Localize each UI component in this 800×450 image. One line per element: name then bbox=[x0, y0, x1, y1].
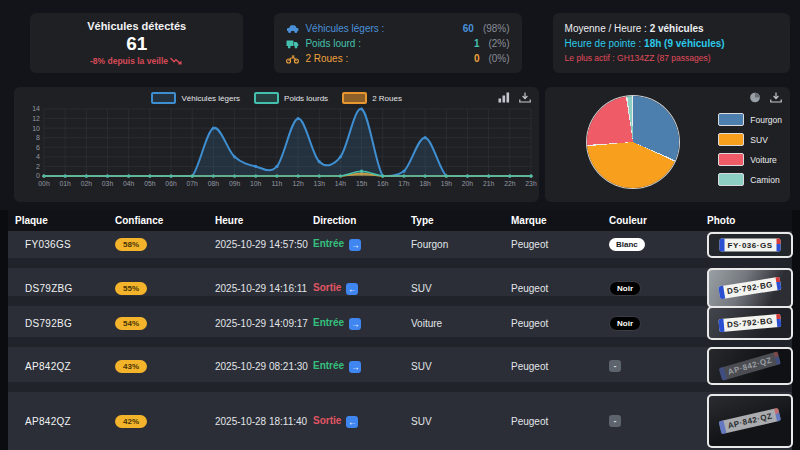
table-row[interactable]: FY036GS58%2025-10-29 14:57:50Entrée→Four… bbox=[8, 231, 792, 258]
svg-text:14: 14 bbox=[32, 105, 40, 112]
svg-text:12: 12 bbox=[32, 115, 40, 122]
breakdown-label: Véhicules légers : bbox=[305, 23, 456, 34]
vehicle-color-badge: - bbox=[609, 415, 621, 427]
column-header: Plaque bbox=[8, 215, 108, 226]
direction-arrow-icon: → bbox=[349, 318, 361, 330]
legend-swatch bbox=[342, 92, 367, 104]
stats-card-detected: Véhicules détectés 61 -8% depuis la veil… bbox=[30, 13, 243, 73]
plate-cell: AP842QZ bbox=[8, 416, 108, 427]
legend-item[interactable]: Fourgon bbox=[718, 113, 782, 126]
svg-text:8: 8 bbox=[36, 134, 40, 141]
legend-item[interactable]: SUV bbox=[718, 133, 782, 146]
direction-arrow-icon: ← bbox=[346, 283, 358, 295]
confidence-cell: 54% bbox=[108, 317, 208, 330]
vehicle-color-badge: - bbox=[609, 360, 621, 372]
average-label: Moyenne / Heure : bbox=[565, 23, 647, 34]
confidence-cell: 55% bbox=[108, 282, 208, 295]
direction-cell: Sortie← bbox=[306, 282, 404, 295]
confidence-badge: 54% bbox=[115, 317, 147, 330]
svg-text:11h: 11h bbox=[271, 180, 282, 187]
brand-cell: Peugeot bbox=[504, 239, 602, 250]
svg-text:08h: 08h bbox=[208, 180, 220, 187]
detections-table: PlaqueConfianceHeureDirectionTypeMarqueC… bbox=[8, 210, 792, 450]
svg-text:03h: 03h bbox=[102, 180, 114, 187]
legend-item[interactable]: Poids lourds bbox=[254, 92, 328, 104]
legend-item[interactable]: Camion bbox=[718, 173, 782, 186]
traffic-line-chart-card: Véhicules légersPoids lourds2 Roues 0246… bbox=[14, 87, 539, 202]
time-cell: 2025-10-29 08:21:30 bbox=[208, 361, 306, 372]
type-cell: SUV bbox=[404, 361, 504, 372]
license-plate: DS·792·BG bbox=[718, 314, 781, 332]
plate-photo[interactable]: AP·842·QZ bbox=[707, 347, 793, 385]
download-icon[interactable] bbox=[519, 92, 531, 103]
breakdown-row-light-vehicles: Véhicules légers : 60 (98%) bbox=[286, 21, 509, 36]
time-cell: 2025-10-29 14:09:17 bbox=[208, 318, 306, 329]
pie-chart-toolbar bbox=[749, 92, 782, 103]
svg-text:6: 6 bbox=[36, 144, 40, 151]
svg-text:18h: 18h bbox=[419, 180, 431, 187]
peak-label: Heure de pointe : bbox=[565, 38, 642, 49]
license-plate: DS·792·BG bbox=[718, 277, 782, 300]
photo-cell: AP·842·QZ bbox=[700, 347, 792, 385]
license-plate: FY·036·GS bbox=[720, 238, 781, 251]
plate-cell: FY036GS bbox=[8, 239, 108, 250]
traffic-line-chart[interactable]: 0246810121400h01h02h03h04h05h06h07h08h09… bbox=[14, 87, 540, 202]
stats-row: Véhicules détectés 61 -8% depuis la veil… bbox=[0, 0, 800, 73]
table-header-row: PlaqueConfianceHeureDirectionTypeMarqueC… bbox=[8, 210, 792, 231]
vehicle-type-pie[interactable] bbox=[587, 96, 679, 188]
legend-label: Poids lourds bbox=[284, 94, 328, 103]
legend-label: Fourgon bbox=[750, 115, 782, 125]
svg-text:06h: 06h bbox=[165, 180, 177, 187]
detected-value: 61 bbox=[30, 33, 243, 55]
color-cell: Blanc bbox=[602, 238, 700, 251]
plate-cell: DS79ZBG bbox=[8, 283, 108, 294]
brand-cell: Peugeot bbox=[504, 283, 602, 294]
confidence-badge: 43% bbox=[115, 360, 147, 373]
breakdown-label: 2 Roues : bbox=[305, 53, 468, 64]
average-value: 2 véhicules bbox=[650, 23, 704, 34]
color-cell: - bbox=[602, 360, 700, 372]
direction-label: Entrée bbox=[313, 238, 344, 249]
legend-swatch bbox=[254, 92, 279, 104]
column-header: Type bbox=[404, 215, 504, 226]
plate-cell: DS792BG bbox=[8, 318, 108, 329]
legend-item[interactable]: 2 Roues bbox=[342, 92, 402, 104]
svg-text:00h: 00h bbox=[38, 180, 50, 187]
table-row[interactable]: DS792BG54%2025-10-29 14:09:17Entrée→Voit… bbox=[8, 306, 792, 337]
plate-photo[interactable]: FY·036·GS bbox=[707, 232, 793, 258]
download-icon[interactable] bbox=[770, 92, 782, 103]
confidence-cell: 43% bbox=[108, 360, 208, 373]
plate-photo[interactable]: DS·792·BG bbox=[707, 306, 793, 340]
most-active-plate: Le plus actif : GH134ZZ (87 passages) bbox=[565, 51, 778, 65]
legend-item[interactable]: Véhicules légers bbox=[151, 92, 240, 104]
column-header: Heure bbox=[208, 215, 306, 226]
table-row[interactable]: AP842QZ43%2025-10-29 08:21:30Entrée→SUVP… bbox=[8, 347, 792, 382]
photo-cell: DS·792·BG bbox=[700, 268, 792, 308]
license-plate: AP·842·QZ bbox=[719, 351, 782, 380]
peak-hour: Heure de pointe : 18h (9 véhicules) bbox=[565, 36, 778, 51]
plate-photo[interactable]: DS·792·BG bbox=[707, 268, 793, 308]
pie-chart-icon[interactable] bbox=[749, 92, 761, 103]
table-row[interactable]: DS79ZBG55%2025-10-29 14:16:11Sortie←SUVP… bbox=[8, 268, 792, 296]
svg-text:21h: 21h bbox=[483, 180, 495, 187]
column-header: Direction bbox=[306, 215, 404, 226]
svg-text:20h: 20h bbox=[462, 180, 474, 187]
direction-arrow-icon: → bbox=[349, 361, 361, 373]
brand-cell: Peugeot bbox=[504, 361, 602, 372]
legend-label: 2 Roues bbox=[372, 94, 402, 103]
bar-chart-icon[interactable] bbox=[498, 92, 510, 103]
legend-swatch bbox=[718, 133, 744, 146]
breakdown-row-heavy-vehicles: Poids lourd : 1 (2%) bbox=[286, 36, 509, 51]
table-body: FY036GS58%2025-10-29 14:57:50Entrée→Four… bbox=[8, 231, 792, 450]
svg-text:19h: 19h bbox=[441, 180, 453, 187]
plate-photo[interactable]: AP·842·QZ bbox=[707, 394, 793, 448]
chart-down-icon bbox=[170, 57, 183, 65]
legend-item[interactable]: Voiture bbox=[718, 153, 782, 166]
confidence-badge: 42% bbox=[115, 415, 147, 428]
stats-card-summary: Moyenne / Heure : 2 véhicules Heure de p… bbox=[553, 13, 790, 73]
legend-label: SUV bbox=[750, 135, 767, 145]
breakdown-label: Poids lourd : bbox=[305, 38, 468, 49]
direction-label: Sortie bbox=[313, 415, 341, 426]
svg-text:4: 4 bbox=[36, 153, 40, 160]
table-row[interactable]: AP842QZ42%2025-10-28 18:11:40Sortie←SUVP… bbox=[8, 392, 792, 450]
